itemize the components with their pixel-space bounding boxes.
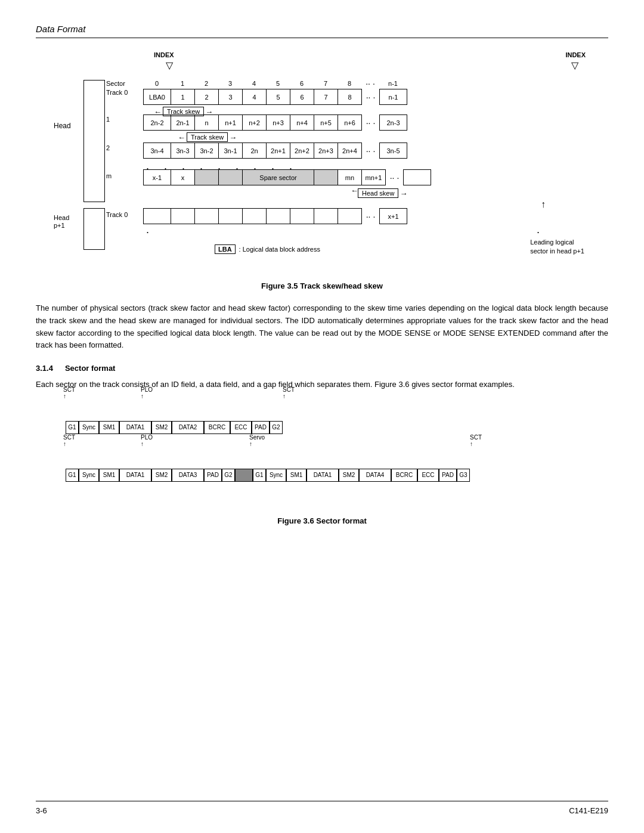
head-label-p1: Head <box>54 214 69 221</box>
r2-ecc-cell: ECC <box>417 469 439 482</box>
r2-g2-cell: G2 <box>222 469 235 482</box>
r2-sm1-cell: SM1 <box>99 469 119 482</box>
head-label-p1b: p+1 <box>54 222 65 229</box>
r2-sm2-cell: SM2 <box>151 469 172 482</box>
bcrc-cell: BCRC <box>204 421 230 434</box>
figure36-caption: Figure 3.6 Sector format <box>277 516 367 525</box>
servo-label2: Servo↑ <box>249 434 265 447</box>
head1-data-row: 2n-2 2n-1 n n+1 n+2 n+3 n+4 n+5 n+6 ·· ·… <box>143 114 407 131</box>
sync-cell: Sync <box>79 421 99 434</box>
index-arrow-left: ▽ <box>166 60 173 71</box>
lba-box: LBA <box>215 244 236 254</box>
head-p1-border <box>83 208 105 250</box>
head1-label: 1 <box>106 116 110 123</box>
figure36-container: SCT↑ PLO↑ SCT↑ G1 Sync SM1 DATA1 SM2 DAT… <box>36 403 608 525</box>
sct-left-label2: SCT↑ <box>63 434 75 447</box>
data1-cell: DATA1 <box>119 421 151 434</box>
head-border <box>83 80 105 202</box>
track0-p1-label: Track 0 <box>106 211 128 218</box>
figure36-diagram: SCT↑ PLO↑ SCT↑ G1 Sync SM1 DATA1 SM2 DAT… <box>48 403 596 498</box>
sector-row1-wrapper: SCT↑ PLO↑ SCT↑ G1 Sync SM1 DATA1 SM2 DAT… <box>48 403 596 434</box>
data2-cell: DATA2 <box>172 421 204 434</box>
r2-data1-cell: DATA1 <box>119 469 151 482</box>
sm2-cell: SM2 <box>151 421 172 434</box>
footer-right: C141-E219 <box>569 806 608 815</box>
r2-pad-cell: PAD <box>204 469 222 482</box>
leading-logical-label: Leading logicalsector in head p+1 <box>530 238 584 256</box>
figure35-container: INDEX INDEX ▽ ▽ Head Head p+1 Sector Tra… <box>36 50 608 290</box>
headm-data-row: x-1 x Spare sector mn mn+1 ·· · <box>143 169 431 185</box>
index-label-right: INDEX <box>565 51 586 58</box>
g2-cell: G2 <box>270 421 283 434</box>
section314-number: 3.1.4 <box>36 364 53 373</box>
dots-bottom: · <box>146 226 149 239</box>
r2-sm1b-cell: SM1 <box>286 469 306 482</box>
track-skew-2: ← Track skew → <box>178 132 237 142</box>
sector-row1-cells: G1 Sync SM1 DATA1 SM2 DATA2 BCRC ECC PAD… <box>66 421 283 434</box>
head2-label: 2 <box>106 144 110 151</box>
r2-sm2b-cell: SM2 <box>339 469 359 482</box>
r2-sync-cell: Sync <box>79 469 99 482</box>
r2-g3-cell: G3 <box>457 469 470 482</box>
r2-data1b-cell: DATA1 <box>306 469 339 482</box>
figure35-caption: Figure 3.5 Track skew/head skew <box>261 281 383 290</box>
r2-data4-cell: DATA4 <box>359 469 391 482</box>
sector-col-label: Sector <box>106 80 125 87</box>
section314-body: Each sector on the track consists of an … <box>36 379 608 391</box>
sm1-cell: SM1 <box>99 421 119 434</box>
header-title: Data Format <box>36 24 85 34</box>
head-skew-arrow: Head skew → <box>358 188 407 198</box>
section314-title: Sector format <box>65 364 116 373</box>
x1-up-arrow: ↑ <box>541 199 546 210</box>
track0-col-label: Track 0 <box>106 89 128 96</box>
index-arrow-right: ▽ <box>571 60 578 71</box>
headm-label: m <box>106 172 112 179</box>
plo-label2: PLO↑ <box>141 434 153 447</box>
sector-row2-wrapper: SCT↑ PLO↑ Servo↑ SCT↑ G1 Sync SM1 DATA1 … <box>48 451 596 482</box>
r2-pad2-cell: PAD <box>439 469 457 482</box>
sct-right-label2: SCT↑ <box>470 434 482 447</box>
figure35-diagram: INDEX INDEX ▽ ▽ Head Head p+1 Sector Tra… <box>48 50 596 277</box>
lba-legend: LBA : Logical data block address <box>215 244 320 254</box>
page-footer: 3-6 C141-E219 <box>36 801 608 815</box>
section314-header: 3.1.4 Sector format <box>36 364 608 373</box>
dots-bottom2: · <box>537 226 540 239</box>
body-text-main: The number of physical sectors (track sk… <box>36 302 608 352</box>
lba-desc: : Logical data block address <box>239 246 320 253</box>
page: Data Format INDEX INDEX ▽ ▽ Head Head p+… <box>0 0 644 833</box>
track0-data-row: LBA0 1 2 3 4 5 6 7 8 ·· · n-1 <box>143 89 407 105</box>
r2-g1-cell: G1 <box>66 469 79 482</box>
r2-g1b-cell: G1 <box>253 469 266 482</box>
sector-row2-cells: G1 Sync SM1 DATA1 SM2 DATA3 PAD G2 G1 Sy… <box>66 469 470 482</box>
r2-data3-cell: DATA3 <box>172 469 204 482</box>
footer-left: 3-6 <box>36 806 47 815</box>
ecc-cell: ECC <box>230 421 252 434</box>
plo-label1: PLO↑ <box>141 386 153 400</box>
headp1-data-row: ·· · x+1 <box>143 208 407 224</box>
sct-right-label1: SCT↑ <box>283 386 295 400</box>
sct-left-label1: SCT↑ <box>63 386 75 400</box>
g1-cell: G1 <box>66 421 79 434</box>
sector-header-table: 0 1 2 3 4 5 6 7 8 ·· · n-1 <box>143 79 407 88</box>
head-skew-left-arrow: ← <box>351 186 358 195</box>
head-label-main: Head <box>54 122 71 130</box>
head2-data-row: 3n-4 3n-3 3n-2 3n-1 2n 2n+1 2n+2 2n+3 2n… <box>143 143 407 159</box>
r2-bcrc-cell: BCRC <box>391 469 417 482</box>
page-header: Data Format <box>36 24 608 38</box>
r2-syncb-cell: Sync <box>266 469 286 482</box>
r2-servo-cell <box>235 469 253 482</box>
index-label-left: INDEX <box>154 51 174 58</box>
pad-cell: PAD <box>252 421 270 434</box>
